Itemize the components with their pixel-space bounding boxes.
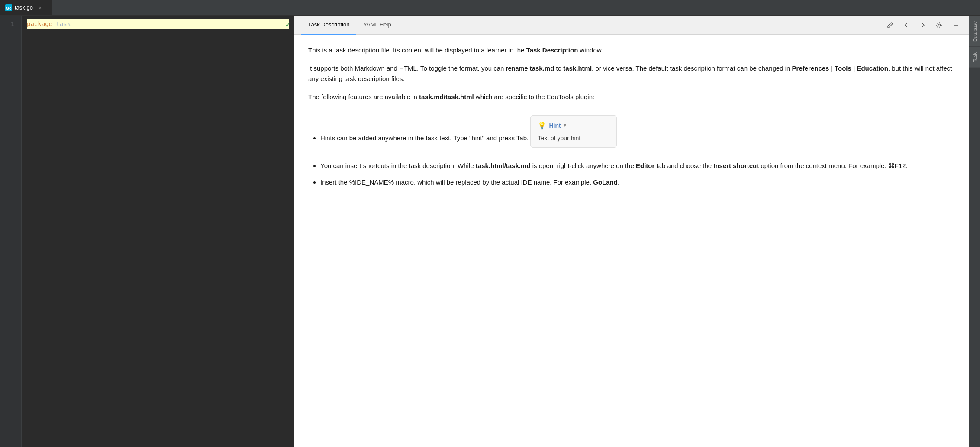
svg-point-2 (938, 24, 941, 26)
checkmark-icon: ✓ (285, 20, 291, 29)
pencil-icon (887, 22, 893, 29)
task-panel-header: Task Description YAML Help (294, 16, 969, 35)
editor-pane: 1 package task ✓ (0, 16, 294, 447)
feature-item-macro: Insert the %IDE_NAME% macro, which will … (320, 177, 955, 188)
back-arrow-icon (903, 22, 910, 29)
description-para3: The following features are available in … (308, 92, 955, 102)
tab-yaml-help[interactable]: YAML Help (356, 16, 398, 35)
panel-actions (884, 19, 962, 31)
feature-list: Hints can be added anywhere in the task … (308, 110, 955, 188)
minimize-button[interactable] (950, 19, 962, 31)
right-sidebar: Database Task (969, 16, 980, 447)
go-file-icon: Go (5, 4, 12, 11)
identifier-task: task (56, 19, 71, 29)
forward-arrow-icon (919, 22, 926, 29)
description-para1: This is a task description file. Its con… (308, 45, 955, 55)
split-pane: 1 package task ✓ Task Description YAML H… (0, 16, 980, 447)
sidebar-tab-task[interactable]: Task (969, 47, 980, 68)
sidebar-tab-database[interactable]: Database (969, 16, 980, 47)
hint-box[interactable]: 💡 Hint ▾ Text of your hint (530, 115, 617, 148)
minus-icon (952, 22, 959, 29)
tab-task-description[interactable]: Task Description (301, 16, 356, 35)
hint-header: 💡 Hint ▾ (538, 120, 609, 131)
settings-button[interactable] (933, 19, 945, 31)
editor-content: 1 package task (0, 16, 294, 447)
tab-close-button[interactable]: × (37, 5, 43, 11)
back-button[interactable] (900, 19, 912, 31)
tab-label: task.go (15, 4, 33, 11)
line-numbers: 1 (0, 16, 22, 447)
keyword-package: package (27, 19, 56, 29)
forward-button[interactable] (917, 19, 929, 31)
tab-bar: Go task.go × (0, 0, 980, 16)
gear-icon (936, 22, 943, 29)
line-number-1: 1 (0, 19, 18, 29)
task-panel: Task Description YAML Help (294, 16, 969, 447)
description-para2: It supports both Markdown and HTML. To t… (308, 63, 955, 84)
tab-task-go[interactable]: Go task.go × (0, 0, 52, 15)
svg-text:Go: Go (6, 6, 12, 10)
task-content[interactable]: This is a task description file. Its con… (294, 35, 969, 447)
code-area[interactable]: package task (22, 16, 294, 447)
feature-item-hints: Hints can be added anywhere in the task … (320, 110, 955, 155)
edit-button[interactable] (884, 19, 896, 31)
chevron-down-icon: ▾ (564, 122, 566, 130)
bulb-icon: 💡 (538, 120, 546, 131)
feature-item-shortcuts: You can insert shortcuts in the task des… (320, 161, 955, 171)
hint-text: Text of your hint (538, 134, 609, 143)
code-line-1: package task (27, 19, 289, 29)
